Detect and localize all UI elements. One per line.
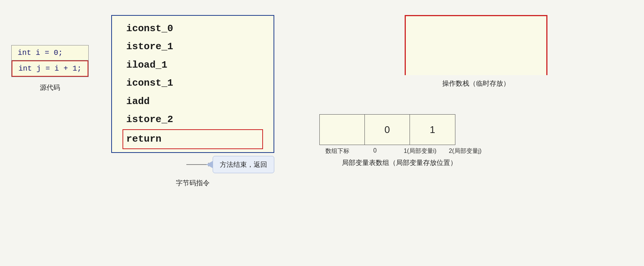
callout-row: 方法结束，返回 [111, 156, 274, 173]
callout-text: 方法结束，返回 [220, 161, 267, 168]
local-var-table: 0 1 [319, 114, 455, 145]
lv-index-prefix: 数组下标 [319, 147, 349, 155]
lv-index-row: 数组下标 0 1(局部变量i) 2(局部变量j) [319, 147, 488, 155]
source-code-label: 源代码 [40, 83, 60, 92]
lv-index-2: 2(局部变量j) [443, 147, 488, 155]
code-line-1-text: int i = 0; [18, 48, 63, 57]
code-line-1: int i = 0; [12, 45, 88, 60]
bytecode-box: iconst_0 istore_1 iload_1 iconst_1 iadd … [111, 15, 274, 153]
code-block: int i = 0; int j = i + 1; [11, 45, 89, 77]
local-var-section: 0 1 数组下标 0 1(局部变量i) 2(局部变量j) 局部变量表数组（局部变… [319, 114, 633, 167]
lv-index-1: 1(局部变量i) [398, 147, 443, 155]
lv-cell-0 [320, 115, 365, 145]
main-container: int i = 0; int j = i + 1; 源代码 iconst_0 i… [0, 0, 644, 266]
bytecode-iconst1: iconst_1 [123, 74, 262, 92]
bytecode-istore1: istore_1 [123, 38, 262, 56]
operand-stack-section: 操作数栈（临时存放） [319, 15, 633, 88]
bytecode-label: 字节码指令 [111, 178, 274, 187]
lv-cell-2: 1 [410, 115, 455, 145]
operand-stack-label: 操作数栈（临时存放） [442, 79, 510, 88]
code-line-2-text: int j = i + 1; [18, 64, 82, 73]
lv-cell-1: 0 [365, 115, 410, 145]
callout-balloon: 方法结束，返回 [213, 156, 274, 173]
local-var-label: 局部变量表数组（局部变量存放位置） [342, 158, 457, 167]
lv-index-0: 0 [352, 147, 398, 155]
operand-stack-box [405, 15, 547, 75]
code-line-2: int j = i + 1; [12, 60, 88, 77]
bytecode-with-callout: iconst_0 istore_1 iload_1 iconst_1 iadd … [111, 15, 274, 187]
source-code-section: int i = 0; int j = i + 1; 源代码 [11, 45, 89, 92]
bytecode-iconst0: iconst_0 [123, 20, 262, 38]
right-section: 操作数栈（临时存放） 0 1 数组下标 0 1(局部变量i) 2(局部变量j) … [319, 15, 633, 167]
bytecode-istore2: istore_2 [123, 110, 262, 128]
bytecode-iadd: iadd [123, 92, 262, 110]
center-right-wrapper: iconst_0 istore_1 iload_1 iconst_1 iadd … [111, 15, 633, 187]
bytecode-return: return [122, 129, 263, 149]
bytecode-iload1: iload_1 [123, 56, 262, 74]
callout-arrow-area: 方法结束，返回 [186, 156, 274, 173]
callout-spacer [111, 164, 186, 165]
